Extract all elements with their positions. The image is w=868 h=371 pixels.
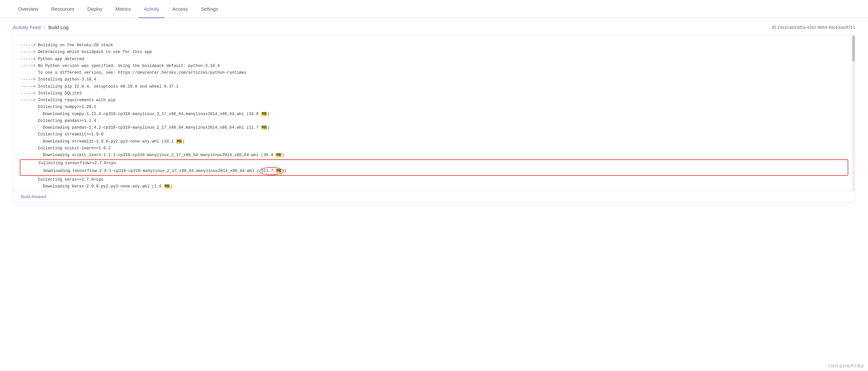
breadcrumb-bar: Activity Feed > Build Log ID 14a31a6d-6f… [0,18,868,35]
log-line-8: -----> Installing SQLite3 [21,90,847,97]
log-line-11: Downloading numpy-1.22.4-cp310-cp310-man… [21,111,847,118]
breadcrumb-activity-feed-link[interactable]: Activity Feed [13,25,41,30]
log-container: -----> Building on the Heroku-20 stack -… [13,35,855,203]
nav-overview[interactable]: Overview [13,0,43,18]
mb-badge-sklearn: MB [276,153,282,157]
log-line-3: -----> Python app detected [21,56,847,63]
log-line-14: Collecting streamlit>=1.9.0 [21,131,847,138]
mb-badge-streamlit: MB [176,139,182,144]
status-bar[interactable]: Build finished [13,191,855,202]
log-line-4: -----> No Python version was specified. … [21,63,847,69]
nav-activity[interactable]: Activity [138,0,164,18]
scrollbar-thumb[interactable] [852,35,855,61]
log-line-2: -----> Determining which buildpack to us… [21,49,847,56]
log-line-16: Collecting scikit-learn>=1.0.2 [21,145,847,152]
log-body[interactable]: -----> Building on the Heroku-20 stack -… [13,35,855,191]
log-line-19: Downloading tensorflow-2.9.1-cp310-cp310… [22,167,846,175]
log-line-20: Collecting keras>=2.7.0+cpu [21,177,847,183]
log-line-13: Downloading pandas-1.4.2-cp310-cp310-man… [21,124,847,131]
nav-settings[interactable]: Settings [195,0,223,18]
circle-annotation-tensorflow-size: 511.7 MB [259,167,284,175]
top-navigation: Overview Resources Deploy Metrics Activi… [0,0,868,18]
nav-resources[interactable]: Resources [46,0,80,18]
mb-badge-keras: MB [164,184,170,189]
build-id: ID 14a31a6d-6f2a-42b2-9864-40c43aa0f751 [772,25,855,30]
log-line-15: Downloading streamlit-1.9.0-py2.py3-none… [21,138,847,145]
nav-access[interactable]: Access [167,0,193,18]
breadcrumb-separator: > [43,25,46,30]
log-line-21: Downloading keras-2.9.0-py2.py3-none-any… [21,183,847,190]
scrollbar-track[interactable] [852,35,855,191]
mb-badge-numpy: MB [261,112,267,116]
highlight-tensorflow-box: Collecting tensorflow>=2.7.0+cpu Downloa… [20,159,848,176]
log-line-9: -----> Installing requirements with pip [21,97,847,104]
log-line-6: -----> Installing python-3.10.4 [21,76,847,83]
log-line-22: Collecting python-dateutil>=2.8.1 [21,190,847,191]
mb-badge-pandas: MB [261,125,267,130]
log-line-10: Collecting numpy>=1.20.1 [21,104,847,111]
nav-metrics[interactable]: Metrics [110,0,136,18]
log-line-17: Downloading scikit_learn-1.1.1-cp310-cp3… [21,152,847,159]
breadcrumb: Activity Feed > Build Log [13,25,68,30]
log-line-1: -----> Building on the Heroku-20 stack [21,42,847,49]
log-line-5: To use a different version, see: https:/… [21,69,847,76]
nav-deploy[interactable]: Deploy [82,0,107,18]
log-line-18: Collecting tensorflow>=2.7.0+cpu [22,160,846,167]
mb-badge-tensorflow: MB [276,169,282,173]
log-line-7: -----> Installing pip 22.0.4, setuptools… [21,83,847,90]
log-line-12: Collecting pandas>=1.2.4 [21,118,847,124]
breadcrumb-current-page: Build Log [48,25,68,30]
